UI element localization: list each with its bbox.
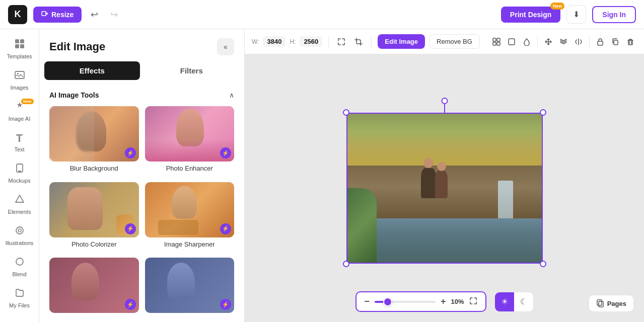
svg-rect-15 <box>509 39 515 45</box>
svg-point-6 <box>17 73 19 74</box>
tab-effects[interactable]: Effects <box>44 61 140 80</box>
section-collapse-button[interactable]: ∧ <box>229 91 234 99</box>
layers-icon <box>559 38 567 46</box>
svg-rect-19 <box>597 300 602 305</box>
sidebar-item-my-files[interactable]: My Files <box>3 283 37 312</box>
sidebar-item-image-ai[interactable]: New Image AI <box>3 97 37 126</box>
zoom-track[interactable] <box>375 301 436 303</box>
templates-icon <box>14 38 25 52</box>
collapse-panel-button[interactable]: « <box>217 38 234 55</box>
redo-button[interactable]: ↪ <box>107 6 121 23</box>
illustrations-icon <box>14 225 25 238</box>
edit-image-button[interactable]: Edit Image <box>378 34 425 49</box>
sidebar-item-label: Mockups <box>8 178 30 184</box>
tool-card-tool6[interactable]: ⚡ <box>145 258 235 320</box>
grid-icon-button[interactable] <box>490 35 503 48</box>
square-icon <box>508 38 516 46</box>
handle-top-right[interactable] <box>540 109 546 116</box>
crop-icon-button[interactable] <box>352 35 365 48</box>
lock-icon-button[interactable] <box>594 35 607 48</box>
tool-name-photo-enhancer: Photo Enhancer <box>166 165 213 172</box>
toolbar-sep-1 <box>328 36 329 47</box>
resize-icon <box>41 11 48 18</box>
zoom-minus-button[interactable]: − <box>365 296 370 307</box>
sidebar-item-label: Images <box>10 85 28 91</box>
tool-badge-photo-colorizer: ⚡ <box>125 223 136 234</box>
tool-card-blur-bg[interactable]: ⚡ Blur Background <box>49 106 139 176</box>
light-theme-button[interactable]: ☀ <box>495 292 514 311</box>
dark-theme-button[interactable]: ☾ <box>514 292 533 311</box>
tool-img-blur-bg: ⚡ <box>49 106 139 162</box>
tool-card-tool5[interactable]: ⚡ <box>49 258 139 320</box>
zoom-thumb[interactable] <box>383 297 392 306</box>
tool-card-image-sharpener[interactable]: ⚡ Image Sharpener <box>145 182 235 252</box>
grid-icon <box>492 38 500 46</box>
tool-card-photo-colorizer[interactable]: ⚡ Photo Colorizer <box>49 182 139 252</box>
images-icon <box>14 69 25 83</box>
sidebar-item-mockups[interactable]: Mockups <box>3 158 37 188</box>
layers-icon-button[interactable] <box>557 35 570 48</box>
toolbar-sep-3 <box>537 36 538 47</box>
sidebar-item-text[interactable]: T Text <box>3 128 37 156</box>
square-icon-button[interactable] <box>505 35 518 48</box>
selection-box <box>346 113 543 264</box>
handle-top-left[interactable] <box>343 109 349 116</box>
zoom-plus-button[interactable]: + <box>441 296 446 307</box>
ai-tools-section-header: AI Image Tools ∧ <box>39 86 244 104</box>
image-container[interactable] <box>346 113 543 264</box>
print-design-button[interactable]: Print Design New <box>501 7 560 23</box>
download-button[interactable]: ⬇ <box>566 5 586 24</box>
svg-rect-17 <box>614 40 618 45</box>
handle-bottom-left[interactable] <box>343 261 349 267</box>
copy-icon-button[interactable] <box>609 35 622 48</box>
signin-button[interactable]: Sign In <box>592 6 636 23</box>
sidebar-item-templates[interactable]: Templates <box>3 34 37 63</box>
toolbar-right-icons <box>490 35 637 48</box>
sidebar-item-label: Templates <box>7 53 32 59</box>
tab-filters[interactable]: Filters <box>144 61 240 80</box>
mockups-icon <box>14 163 25 176</box>
sidebar-item-blend[interactable]: Blend <box>3 252 37 281</box>
sidebar-item-illustrations[interactable]: Illustrations <box>3 221 37 250</box>
move-icon-button[interactable] <box>542 35 555 48</box>
flip-icon-button[interactable] <box>572 35 585 48</box>
svg-rect-3 <box>15 44 19 48</box>
expand-icon-button[interactable] <box>335 35 348 48</box>
svg-rect-1 <box>15 39 19 43</box>
theme-toggle: ☀ ☾ <box>494 292 534 312</box>
zoom-expand-icon <box>469 297 477 305</box>
sidebar-item-elements[interactable]: Elements <box>3 190 37 219</box>
delete-icon-button[interactable] <box>624 35 637 48</box>
handle-top-center[interactable] <box>441 98 448 104</box>
svg-rect-4 <box>20 44 24 48</box>
tool-img-photo-colorizer: ⚡ <box>49 182 139 237</box>
svg-point-10 <box>18 229 21 232</box>
edit-panel-title: Edit Image <box>49 40 105 53</box>
remove-bg-button[interactable]: Remove BG <box>429 34 480 49</box>
logo[interactable]: K <box>8 5 27 24</box>
height-label: H: <box>290 38 296 45</box>
tool-grid: ⚡ Blur Background ⚡ Photo Enhancer <box>39 104 244 322</box>
undo-button[interactable]: ↩ <box>88 6 101 23</box>
edit-panel-header: Edit Image « <box>39 29 244 61</box>
sidebar-item-label: Blend <box>12 271 26 277</box>
sidebar-item-label: My Files <box>9 302 30 308</box>
sidebar-item-label: Illustrations <box>6 240 34 246</box>
edit-panel: Edit Image « Effects Filters AI Image To… <box>39 29 245 322</box>
zoom-bar: − + 10% <box>355 291 486 312</box>
sidebar-item-images[interactable]: Images <box>3 65 37 95</box>
handle-bottom-right[interactable] <box>540 261 546 267</box>
drop-icon-button[interactable] <box>520 35 533 48</box>
tool-card-photo-enhancer[interactable]: ⚡ Photo Enhancer <box>145 106 235 176</box>
toolbar-sep-4 <box>589 36 590 47</box>
resize-button[interactable]: Resize <box>33 7 82 23</box>
zoom-expand-button[interactable] <box>469 297 477 307</box>
tab-row: Effects Filters <box>39 61 244 86</box>
pages-icon <box>596 299 604 307</box>
svg-point-9 <box>16 227 23 234</box>
tool-name-image-sharpener: Image Sharpener <box>164 240 214 248</box>
tool-name-photo-colorizer: Photo Colorizer <box>71 240 117 248</box>
tool-img-image-sharpener: ⚡ <box>145 182 235 237</box>
pages-button[interactable]: Pages <box>589 295 634 312</box>
canvas-content <box>245 54 644 322</box>
